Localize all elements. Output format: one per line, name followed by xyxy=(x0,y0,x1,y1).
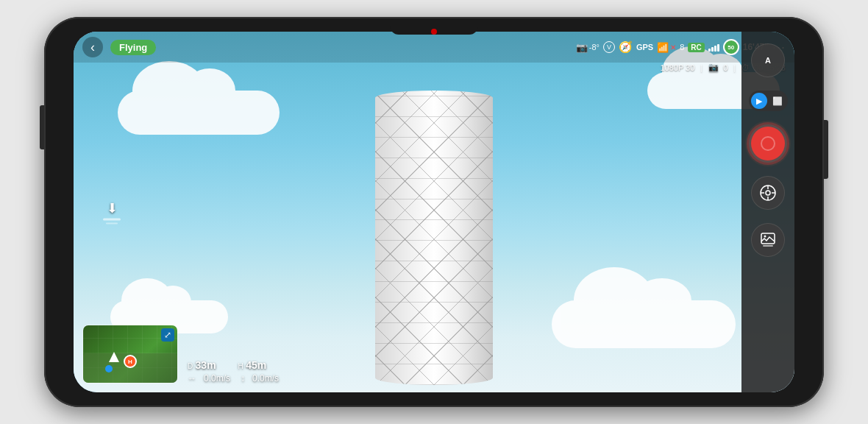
drone-camera-view: ‹ Flying 📷 -8° V xyxy=(74,32,794,392)
video-mode-icon[interactable]: ▶ xyxy=(751,93,767,109)
back-button[interactable]: ‹ xyxy=(82,37,103,57)
signal-bar-2 xyxy=(711,47,714,52)
auto-mode-button[interactable]: A xyxy=(751,43,785,77)
distance-stat: D 33m xyxy=(188,359,216,371)
mini-map[interactable]: ⤢ H xyxy=(82,325,178,384)
tower-body xyxy=(375,91,493,385)
auto-label: A xyxy=(765,56,771,65)
cloud-3 xyxy=(552,300,736,348)
landing-arrow-icon: ⬇ xyxy=(107,200,118,216)
record-button[interactable] xyxy=(749,124,787,163)
stats-row-1: D 33m H 45m xyxy=(188,359,279,371)
home-map-marker: H xyxy=(124,355,137,368)
horizontal-speed: 0.0m/s xyxy=(204,373,230,384)
signal-bar-4 xyxy=(717,44,719,52)
svg-point-1 xyxy=(766,191,770,195)
height-stat: H 45m xyxy=(238,359,267,371)
flying-status-badge: Flying xyxy=(110,40,156,55)
stats-row-2: ↔ 0.0m/s ↕ 0.0m/s xyxy=(188,373,279,384)
capture-mode-toggle[interactable]: ▶ ⬜ xyxy=(749,91,788,111)
tower-structure xyxy=(375,91,493,385)
svg-rect-8 xyxy=(763,245,773,247)
svg-point-7 xyxy=(764,236,766,238)
compass-status: 🧭 xyxy=(619,40,633,54)
phone-screen: ‹ Flying 📷 -8° V xyxy=(74,32,794,392)
camera-status: 📷 -8° xyxy=(576,42,600,53)
landing-indicator: ⬇ xyxy=(103,200,121,225)
drone-map-marker xyxy=(109,352,119,362)
gimbal-status: V xyxy=(603,41,615,53)
water-map-marker xyxy=(105,365,113,372)
signal-bar-3 xyxy=(714,46,716,52)
tower-grid-pattern xyxy=(375,91,493,385)
joystick-button[interactable] xyxy=(751,176,785,210)
compass-icon: 🧭 xyxy=(619,40,633,54)
back-icon: ‹ xyxy=(90,40,95,55)
gps-status: GPS xyxy=(636,43,653,52)
horizontal-speed-icon: ↔ xyxy=(188,373,196,384)
gallery-button[interactable] xyxy=(751,223,785,257)
vertical-speed: 0.0m/s xyxy=(252,373,279,384)
camera-indicator xyxy=(431,29,437,35)
map-overlay xyxy=(83,325,177,383)
cloud-1 xyxy=(118,91,280,135)
signal-bars xyxy=(708,43,719,52)
gallery-icon xyxy=(759,231,777,249)
right-sidebar: A ▶ ⬜ xyxy=(741,32,794,392)
cloud-4 xyxy=(110,300,228,333)
phone-device: ‹ Flying 📷 -8° V xyxy=(44,17,824,407)
battery-indicator: 50 xyxy=(723,39,739,55)
record-button-inner xyxy=(761,136,775,151)
joystick-icon xyxy=(759,184,777,202)
camera-icon: 📷 xyxy=(576,42,588,53)
map-background: ⤢ H xyxy=(83,325,177,383)
flight-stats: D 33m H 45m ↔ 0.0m/s ↕ 0.0m/s xyxy=(188,359,279,384)
gimbal-icon: V xyxy=(603,41,615,53)
wifi-off-icon: 📶 xyxy=(657,42,669,53)
vertical-speed-icon: ↕ xyxy=(241,373,245,384)
photo-mode-icon[interactable]: ⬜ xyxy=(769,93,786,109)
